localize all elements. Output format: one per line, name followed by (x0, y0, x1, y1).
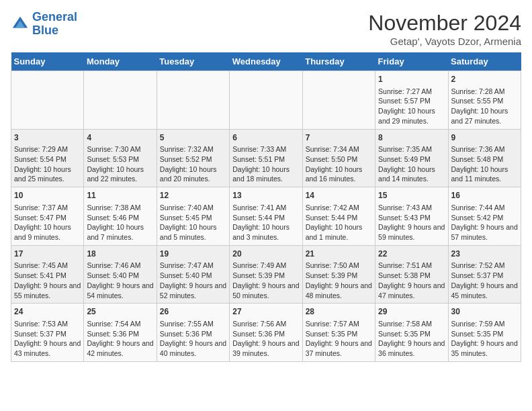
day-info: Daylight: 9 hours and 36 minutes. (378, 338, 445, 358)
day-number: 23 (451, 248, 518, 260)
day-info: Daylight: 10 hours and 22 minutes. (87, 165, 153, 184)
day-number: 19 (160, 248, 226, 260)
day-info: Daylight: 9 hours and 35 minutes. (451, 338, 518, 358)
day-number: 2 (451, 74, 518, 85)
day-number: 14 (306, 190, 372, 201)
day-number: 13 (232, 190, 299, 201)
calendar-cell (157, 71, 229, 130)
day-info: Sunset: 5:47 PM (14, 213, 81, 223)
calendar-cell: 8Sunrise: 7:35 AMSunset: 5:49 PMDaylight… (375, 129, 448, 187)
calendar-cell (84, 71, 157, 130)
title-area: November 2024 Getap', Vayots Dzor, Armen… (368, 11, 521, 47)
logo-text: General Blue (32, 11, 77, 38)
calendar-header-row: SundayMondayTuesdayWednesdayThursdayFrid… (11, 52, 521, 71)
calendar-cell: 7Sunrise: 7:34 AMSunset: 5:50 PMDaylight… (302, 129, 375, 187)
calendar-week-row: 24Sunrise: 7:53 AMSunset: 5:37 PMDayligh… (11, 304, 521, 362)
calendar-cell: 18Sunrise: 7:46 AMSunset: 5:40 PMDayligh… (84, 245, 157, 304)
day-number: 21 (306, 248, 372, 260)
weekday-header: Saturday (448, 52, 521, 71)
day-info: Sunrise: 7:53 AM (14, 319, 81, 329)
day-info: Sunset: 5:37 PM (14, 329, 81, 339)
day-info: Daylight: 10 hours and 14 minutes. (378, 165, 445, 184)
day-number: 9 (451, 132, 518, 144)
day-info: Daylight: 10 hours and 11 minutes. (451, 165, 518, 184)
day-number: 25 (87, 306, 153, 318)
day-info: Sunrise: 7:46 AM (87, 261, 153, 271)
calendar-week-row: 17Sunrise: 7:45 AMSunset: 5:41 PMDayligh… (11, 245, 521, 304)
day-info: Sunrise: 7:55 AM (160, 319, 226, 329)
day-info: Daylight: 10 hours and 3 minutes. (232, 222, 299, 242)
day-info: Sunset: 5:40 PM (160, 271, 226, 281)
weekday-header: Tuesday (157, 52, 229, 71)
day-number: 4 (87, 132, 153, 144)
calendar-table: SundayMondayTuesdayWednesdayThursdayFrid… (11, 52, 521, 362)
day-number: 1 (378, 74, 445, 85)
day-info: Sunset: 5:35 PM (451, 329, 518, 339)
day-number: 20 (232, 248, 299, 260)
day-info: Daylight: 9 hours and 43 minutes. (14, 338, 81, 358)
day-number: 27 (232, 306, 299, 318)
day-info: Sunset: 5:50 PM (306, 154, 372, 165)
day-info: Sunrise: 7:43 AM (378, 203, 445, 213)
day-info: Daylight: 9 hours and 52 minutes. (160, 281, 226, 300)
day-info: Sunset: 5:36 PM (232, 329, 299, 339)
day-info: Daylight: 9 hours and 48 minutes. (306, 281, 372, 300)
day-info: Sunrise: 7:58 AM (378, 319, 445, 329)
day-info: Sunset: 5:35 PM (306, 329, 372, 339)
day-info: Sunset: 5:51 PM (232, 154, 299, 165)
day-info: Sunrise: 7:50 AM (306, 261, 372, 271)
day-number: 30 (451, 306, 518, 318)
calendar-cell: 3Sunrise: 7:29 AMSunset: 5:54 PMDaylight… (11, 129, 84, 187)
day-info: Daylight: 10 hours and 18 minutes. (232, 165, 299, 184)
day-info: Sunrise: 7:44 AM (451, 203, 518, 213)
day-number: 24 (14, 306, 81, 318)
day-info: Sunset: 5:39 PM (232, 271, 299, 281)
day-info: Daylight: 10 hours and 25 minutes. (14, 165, 81, 184)
calendar-cell: 21Sunrise: 7:50 AMSunset: 5:39 PMDayligh… (302, 245, 375, 304)
calendar-week-row: 1Sunrise: 7:27 AMSunset: 5:57 PMDaylight… (11, 71, 521, 130)
day-info: Daylight: 10 hours and 20 minutes. (160, 165, 226, 184)
day-info: Daylight: 9 hours and 50 minutes. (232, 281, 299, 300)
day-info: Sunset: 5:44 PM (306, 213, 372, 223)
day-info: Sunset: 5:44 PM (232, 213, 299, 223)
day-info: Daylight: 9 hours and 42 minutes. (87, 338, 153, 358)
calendar-cell: 23Sunrise: 7:52 AMSunset: 5:37 PMDayligh… (448, 245, 521, 304)
day-info: Sunrise: 7:33 AM (232, 144, 299, 154)
day-info: Sunrise: 7:47 AM (160, 261, 226, 271)
weekday-header: Wednesday (230, 52, 302, 71)
location-subtitle: Getap', Vayots Dzor, Armenia (368, 36, 521, 47)
day-info: Sunrise: 7:32 AM (160, 144, 226, 154)
calendar-cell: 11Sunrise: 7:38 AMSunset: 5:46 PMDayligh… (84, 187, 157, 246)
calendar-cell: 29Sunrise: 7:58 AMSunset: 5:35 PMDayligh… (375, 304, 448, 362)
day-info: Daylight: 10 hours and 1 minute. (306, 222, 372, 242)
calendar-cell: 2Sunrise: 7:28 AMSunset: 5:55 PMDaylight… (448, 71, 521, 130)
day-info: Sunrise: 7:41 AM (232, 203, 299, 213)
day-info: Sunset: 5:52 PM (160, 154, 226, 165)
calendar-cell: 20Sunrise: 7:49 AMSunset: 5:39 PMDayligh… (230, 245, 302, 304)
calendar-cell (11, 71, 84, 130)
day-number: 12 (160, 190, 226, 201)
day-number: 29 (378, 306, 445, 318)
day-info: Daylight: 9 hours and 47 minutes. (378, 281, 445, 300)
day-number: 16 (451, 190, 518, 201)
day-info: Daylight: 9 hours and 57 minutes. (451, 222, 518, 242)
day-info: Daylight: 10 hours and 29 minutes. (378, 106, 445, 126)
calendar-cell: 17Sunrise: 7:45 AMSunset: 5:41 PMDayligh… (11, 245, 84, 304)
calendar-cell: 6Sunrise: 7:33 AMSunset: 5:51 PMDaylight… (230, 129, 302, 187)
calendar-cell: 24Sunrise: 7:53 AMSunset: 5:37 PMDayligh… (11, 304, 84, 362)
logo-icon (11, 15, 30, 34)
day-number: 6 (232, 132, 299, 144)
day-number: 17 (14, 248, 81, 260)
day-info: Sunset: 5:41 PM (14, 271, 81, 281)
day-number: 5 (160, 132, 226, 144)
calendar-cell: 10Sunrise: 7:37 AMSunset: 5:47 PMDayligh… (11, 187, 84, 246)
day-info: Sunrise: 7:35 AM (378, 144, 445, 154)
day-info: Sunset: 5:45 PM (160, 213, 226, 223)
weekday-header: Thursday (302, 52, 375, 71)
calendar-cell (302, 71, 375, 130)
month-title: November 2024 (368, 11, 521, 36)
day-info: Sunrise: 7:57 AM (306, 319, 372, 329)
day-info: Sunrise: 7:59 AM (451, 319, 518, 329)
day-info: Daylight: 10 hours and 9 minutes. (14, 222, 81, 242)
weekday-header: Monday (84, 52, 157, 71)
